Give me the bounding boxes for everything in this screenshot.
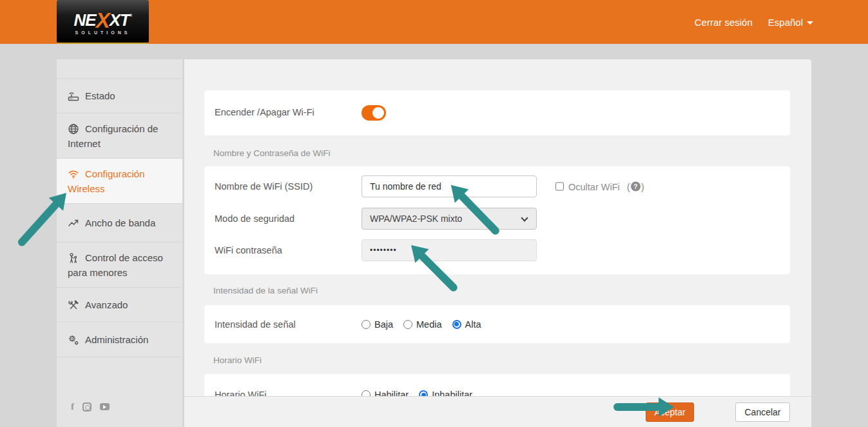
language-dropdown[interactable]: Español	[768, 17, 813, 28]
radio-icon[interactable]	[403, 320, 412, 329]
toggle-knob	[372, 107, 384, 119]
sidebar-item-label: Configuración de Internet	[68, 123, 158, 149]
signal-strength-label: Intensidad de señal	[215, 319, 296, 330]
card-signal-strength: Intensidad de señal Baja Media Alta	[204, 305, 790, 343]
card-wifi-name-password: Nombre de WiFi (SSID) Ocultar WiFi (?) M…	[204, 166, 790, 274]
parental-control-icon	[68, 252, 79, 264]
wifi-password-label: WiFi contraseña	[215, 245, 282, 255]
tools-icon	[68, 299, 79, 311]
youtube-icon[interactable]	[100, 403, 110, 410]
cancel-button[interactable]: Cancelar	[735, 402, 790, 422]
sidebar-item-label: Estado	[85, 90, 115, 101]
radio-icon-checked[interactable]	[452, 320, 461, 329]
main-content: Encender /Apagar Wi-Fi Nombre y Contrase…	[184, 59, 811, 427]
security-mode-select[interactable]: WPA/WPA2-PSK mixto	[362, 208, 537, 230]
logout-link[interactable]: Cerrar sesión	[695, 17, 753, 28]
sidebar-item-administracion[interactable]: Administración	[57, 323, 182, 357]
router-icon	[68, 90, 79, 102]
action-footer: Aceptar Cancelar	[184, 396, 811, 427]
facebook-icon[interactable]: f	[71, 401, 74, 412]
logo-text: NEXXT®	[74, 8, 132, 28]
sidebar-item-avanzado[interactable]: Avanzado	[57, 288, 182, 323]
card-wifi-toggle: Encender /Apagar Wi-Fi	[204, 90, 790, 135]
logo-subtext: SOLUTIONS	[75, 30, 131, 35]
help-question-icon[interactable]: ?	[631, 182, 641, 192]
section-title-wifi-name: Nombre y Contraseña de WiFi	[213, 148, 331, 158]
radio-media[interactable]: Media	[403, 319, 442, 330]
wifi-on-off-toggle[interactable]	[362, 105, 386, 121]
sidebar-item-configuracion-internet[interactable]: Configuración de Internet	[57, 114, 182, 159]
wifi-password-input[interactable]	[362, 239, 537, 261]
content-panel: Estado Configuración de Internet Configu…	[57, 59, 811, 427]
radio-icon[interactable]	[362, 320, 371, 329]
ssid-label: Nombre de WiFi (SSID)	[215, 181, 313, 192]
nexxt-logo: NEXXT® SOLUTIONS	[57, 0, 149, 44]
hide-wifi-help: (?)	[627, 181, 644, 192]
sidebar-item-ancho-de-banda[interactable]: Ancho de banda	[57, 204, 182, 243]
hide-wifi-label: Ocultar WiFi	[568, 181, 620, 192]
sidebar: Estado Configuración de Internet Configu…	[57, 59, 182, 427]
sidebar-item-configuracion-wireless[interactable]: Configuración Wireless	[57, 159, 182, 204]
hide-wifi-checkbox[interactable]	[555, 183, 564, 191]
chevron-down-icon	[521, 214, 528, 221]
bandwidth-icon	[68, 217, 79, 229]
sidebar-item-label: Control de acceso para menores	[68, 252, 163, 278]
radio-alta[interactable]: Alta	[452, 319, 481, 330]
top-header-bar: NEXXT® SOLUTIONS Cerrar sesión Español	[0, 0, 868, 44]
sidebar-spacer	[57, 59, 182, 79]
ssid-input[interactable]	[362, 175, 537, 197]
wifi-toggle-label: Encender /Apagar Wi-Fi	[215, 107, 314, 117]
security-mode-label: Modo de seguridad	[215, 214, 294, 224]
accept-button[interactable]: Aceptar	[646, 402, 694, 422]
globe-icon	[68, 123, 79, 135]
sidebar-item-estado[interactable]: Estado	[57, 79, 182, 114]
social-links: f	[71, 401, 110, 412]
section-title-schedule: Horario WiFi	[213, 355, 262, 365]
wifi-icon	[68, 168, 79, 180]
sidebar-item-label: Avanzado	[85, 299, 128, 310]
signal-radio-group: Baja Media Alta	[362, 319, 481, 330]
sidebar-item-label: Administración	[85, 334, 148, 345]
chevron-down-icon	[807, 21, 813, 25]
radio-baja[interactable]: Baja	[362, 319, 393, 330]
gears-icon	[68, 334, 79, 346]
logo-orange-x: X	[96, 8, 110, 32]
instagram-icon[interactable]	[82, 402, 92, 412]
sidebar-item-control-acceso-menores[interactable]: Control de acceso para menores	[57, 243, 182, 288]
section-title-signal: Intensidad de la señal WiFi	[213, 286, 318, 295]
sidebar-item-label: Ancho de banda	[85, 217, 155, 228]
